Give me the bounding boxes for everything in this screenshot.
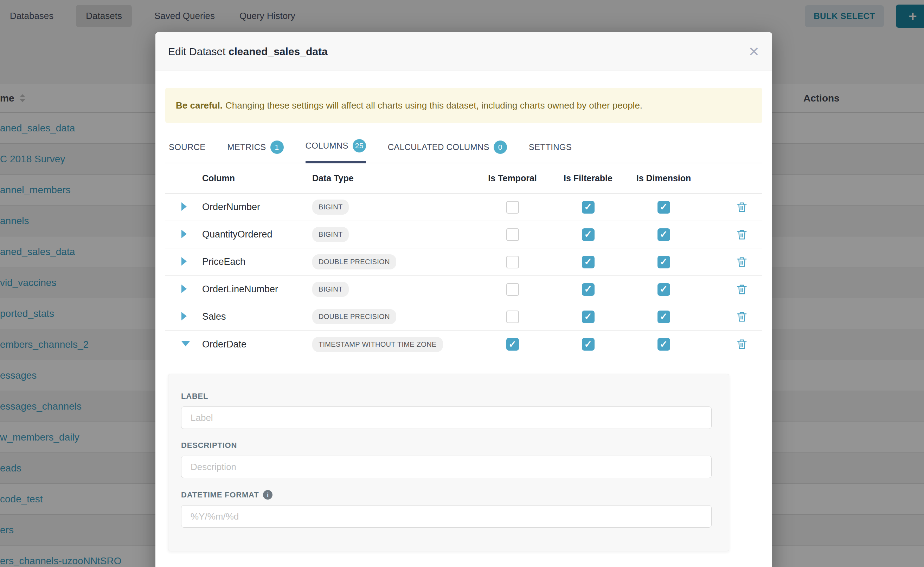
data-type-header: Data Type bbox=[306, 173, 475, 183]
is-dimension-checkbox[interactable]: ✓ bbox=[658, 310, 670, 323]
column-row: OrderDate TIMESTAMP WITHOUT TIME ZONE ✓ … bbox=[165, 331, 762, 358]
tab-label: SETTINGS bbox=[529, 142, 572, 152]
is-dimension-checkbox[interactable]: ✓ bbox=[658, 201, 670, 214]
column-row: PriceEach DOUBLE PRECISION ✓ ✓ ✓ bbox=[165, 248, 762, 276]
delete-column-icon[interactable] bbox=[737, 202, 747, 213]
is-filterable-checkbox[interactable]: ✓ bbox=[582, 338, 594, 351]
is-temporal-checkbox[interactable]: ✓ bbox=[506, 256, 519, 268]
is-temporal-checkbox[interactable]: ✓ bbox=[506, 228, 519, 241]
delete-column-icon[interactable] bbox=[737, 284, 747, 295]
data-type-badge: DOUBLE PRECISION bbox=[312, 254, 396, 270]
close-icon[interactable]: ✕ bbox=[748, 45, 760, 58]
expand-caret-icon[interactable] bbox=[181, 230, 187, 238]
is-filterable-checkbox[interactable]: ✓ bbox=[582, 228, 594, 241]
is-filterable-checkbox[interactable]: ✓ bbox=[582, 201, 594, 214]
columns-table-header: Column Data Type Is Temporal Is Filterab… bbox=[165, 164, 762, 194]
delete-column-icon[interactable] bbox=[737, 229, 747, 240]
tab-source[interactable]: SOURCE bbox=[169, 139, 205, 164]
is-filterable-header: Is Filterable bbox=[550, 173, 626, 183]
delete-column-icon[interactable] bbox=[737, 339, 747, 350]
datetime-format-field-label: DATETIME FORMAT i bbox=[181, 490, 712, 500]
modal-title: Edit Dataset cleaned_sales_data bbox=[168, 46, 328, 58]
label-field-label: LABEL bbox=[181, 392, 712, 401]
edit-dataset-modal: Edit Dataset cleaned_sales_data ✕ Be car… bbox=[155, 32, 772, 567]
label-input[interactable] bbox=[181, 406, 712, 429]
column-row: QuantityOrdered BIGINT ✓ ✓ ✓ bbox=[165, 221, 762, 248]
modal-header: Edit Dataset cleaned_sales_data ✕ bbox=[155, 32, 772, 71]
warning-bold-text: Be careful. bbox=[176, 100, 223, 111]
datasets-page: Databases Datasets Saved Queries Query H… bbox=[0, 0, 924, 567]
expand-caret-icon[interactable] bbox=[181, 285, 187, 293]
column-name: QuantityOrdered bbox=[202, 229, 272, 240]
is-filterable-checkbox[interactable]: ✓ bbox=[582, 310, 594, 323]
is-temporal-checkbox[interactable]: ✓ bbox=[506, 283, 519, 296]
modal-title-dataset-name: cleaned_sales_data bbox=[229, 46, 328, 57]
is-dimension-checkbox[interactable]: ✓ bbox=[658, 256, 670, 268]
column-row: OrderNumber BIGINT ✓ ✓ ✓ bbox=[165, 194, 762, 221]
warning-text: Changing these settings will affect all … bbox=[226, 100, 643, 111]
tab-label: METRICS bbox=[227, 142, 266, 152]
tab-columns[interactable]: COLUMNS 25 bbox=[305, 139, 366, 164]
tab-count-badge: 1 bbox=[270, 141, 284, 154]
warning-banner: Be careful.Changing these settings will … bbox=[165, 88, 762, 123]
is-dimension-checkbox[interactable]: ✓ bbox=[658, 338, 670, 351]
expand-caret-icon[interactable] bbox=[181, 312, 187, 320]
tab-settings[interactable]: SETTINGS bbox=[529, 139, 572, 164]
tab-label: COLUMNS bbox=[305, 141, 348, 151]
is-temporal-checkbox[interactable]: ✓ bbox=[506, 310, 519, 323]
tab-count-badge: 0 bbox=[494, 141, 507, 154]
data-type-badge: BIGINT bbox=[312, 282, 349, 297]
is-dimension-checkbox[interactable]: ✓ bbox=[658, 228, 670, 241]
column-name: OrderLineNumber bbox=[202, 284, 278, 294]
columns-table-body: OrderNumber BIGINT ✓ ✓ ✓ QuantityOrdered… bbox=[165, 194, 762, 358]
column-name: Sales bbox=[202, 311, 226, 322]
is-dimension-header: Is Dimension bbox=[626, 173, 701, 183]
tab-label: CALCULATED COLUMNS bbox=[388, 142, 489, 152]
datetime-format-label-text: DATETIME FORMAT bbox=[181, 490, 259, 500]
is-temporal-checkbox[interactable]: ✓ bbox=[506, 201, 519, 214]
tab-calculated-columns[interactable]: CALCULATED COLUMNS 0 bbox=[388, 139, 507, 164]
is-temporal-header: Is Temporal bbox=[475, 173, 550, 183]
modal-body: Be careful.Changing these settings will … bbox=[155, 88, 772, 551]
column-name: OrderNumber bbox=[202, 202, 260, 212]
data-type-badge: TIMESTAMP WITHOUT TIME ZONE bbox=[312, 337, 443, 352]
delete-column-icon[interactable] bbox=[737, 256, 747, 268]
datetime-format-input[interactable] bbox=[181, 505, 712, 528]
data-type-badge: BIGINT bbox=[312, 227, 349, 242]
tab-count-badge: 25 bbox=[353, 139, 366, 153]
description-field-label: DESCRIPTION bbox=[181, 441, 712, 450]
expand-caret-icon[interactable] bbox=[181, 257, 187, 266]
is-filterable-checkbox[interactable]: ✓ bbox=[582, 283, 594, 296]
is-dimension-checkbox[interactable]: ✓ bbox=[658, 283, 670, 296]
tab-metrics[interactable]: METRICS 1 bbox=[227, 139, 283, 164]
data-type-badge: BIGINT bbox=[312, 200, 349, 214]
column-name: PriceEach bbox=[202, 256, 245, 267]
modal-title-prefix: Edit Dataset bbox=[168, 46, 226, 57]
column-header: Column bbox=[197, 173, 306, 183]
is-temporal-checkbox[interactable]: ✓ bbox=[506, 338, 519, 351]
tab-label: SOURCE bbox=[169, 142, 205, 152]
column-row: OrderLineNumber BIGINT ✓ ✓ ✓ bbox=[165, 276, 762, 303]
expand-caret-icon[interactable] bbox=[181, 202, 187, 211]
modal-tabs: SOURCE METRICS 1 COLUMNS 25 CALCULATED C… bbox=[165, 139, 762, 164]
column-row: Sales DOUBLE PRECISION ✓ ✓ ✓ bbox=[165, 303, 762, 331]
column-name: OrderDate bbox=[202, 339, 247, 350]
column-detail-panel: LABEL DESCRIPTION DATETIME FORMAT i bbox=[168, 374, 729, 551]
info-icon[interactable]: i bbox=[263, 490, 272, 500]
expand-caret-icon[interactable] bbox=[181, 341, 190, 346]
data-type-badge: DOUBLE PRECISION bbox=[312, 309, 396, 324]
is-filterable-checkbox[interactable]: ✓ bbox=[582, 256, 594, 268]
description-input[interactable] bbox=[181, 456, 712, 478]
delete-column-icon[interactable] bbox=[737, 311, 747, 322]
